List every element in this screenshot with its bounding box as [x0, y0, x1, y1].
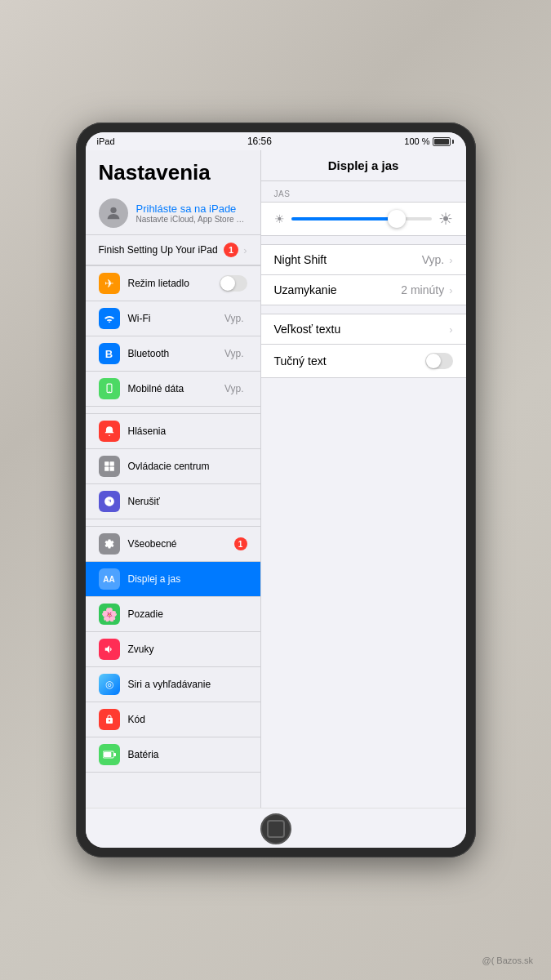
panel-section-1: Night Shift Vyp. › Uzamykanie 2 minúty › — [261, 244, 466, 305]
finish-setup-label: Finish Setting Up Your iPad — [99, 244, 224, 256]
general-badge: 1 — [234, 537, 247, 550]
boldtext-toggle-knob — [426, 354, 441, 368]
nightshift-value: Vyp. — [422, 253, 445, 266]
settings-group-1: ✈ Režim lietadlo — [86, 265, 260, 407]
autolock-label: Uzamykanie — [274, 283, 402, 296]
sounds-label: Zvuky — [128, 644, 247, 655]
sidebar-item-passcode[interactable]: Kód — [86, 702, 260, 737]
profile-subtitle: Nastavte iCloud, App Store a ďalš... — [136, 215, 247, 224]
panel-row-autolock[interactable]: Uzamykanie 2 minúty › — [261, 274, 466, 305]
finish-setup-row[interactable]: Finish Setting Up Your iPad 1 › — [86, 235, 260, 265]
sun-small-icon: ☀ — [274, 212, 285, 225]
tablet-screen: iPad 16:56 100 % Nastavenia — [86, 132, 466, 848]
photo-background: iPad 16:56 100 % Nastavenia — [0, 0, 551, 980]
battery-fill — [434, 139, 449, 145]
profile-text: Prihláste sa na iPade Nastavte iCloud, A… — [136, 203, 247, 224]
autolock-chevron: › — [449, 284, 452, 296]
wifi-icon — [99, 308, 120, 329]
airplane-label: Režim lietadlo — [128, 278, 220, 289]
watermark: @( Bazos.sk — [482, 956, 533, 965]
sidebar-title: Nastavenia — [86, 150, 260, 192]
panel-section-2: Veľkosť textu › Tučný text — [261, 314, 466, 378]
bluetooth-icon: B — [99, 343, 120, 364]
notifications-icon — [99, 421, 120, 442]
brightness-slider[interactable] — [291, 217, 432, 220]
sidebar-item-dnd[interactable]: Nerušiť — [86, 484, 260, 519]
home-button-inner — [267, 820, 285, 838]
avatar — [99, 198, 128, 228]
sidebar-item-battery[interactable]: Batéria — [86, 737, 260, 773]
sidebar-item-general[interactable]: Všeobecné 1 — [86, 527, 260, 562]
svg-point-0 — [110, 207, 116, 213]
general-label: Všeobecné — [128, 538, 231, 550]
status-right-area: 100 % — [404, 136, 454, 146]
nightshift-chevron: › — [449, 254, 452, 266]
mobile-label: Mobilné dáta — [128, 383, 224, 394]
sidebar-item-siri[interactable]: ◎ Siri a vyhľadávanie — [86, 667, 260, 702]
panel-row-boldtext[interactable]: Tučný text — [261, 344, 466, 378]
battery-body — [433, 137, 451, 146]
sidebar-item-airplane[interactable]: ✈ Režim lietadlo — [86, 266, 260, 301]
boldtext-toggle[interactable] — [425, 353, 453, 369]
sidebar: Nastavenia Prihláste sa na iPade Nastavt… — [86, 150, 261, 808]
display-icon: AA — [99, 568, 120, 590]
sidebar-item-bluetooth[interactable]: B Bluetooth Vyp. — [86, 336, 260, 372]
profile-section[interactable]: Prihláste sa na iPade Nastavte iCloud, A… — [86, 192, 260, 235]
display-label: Displej a jas — [128, 573, 247, 585]
toggle-knob — [220, 276, 235, 291]
sidebar-item-wallpaper[interactable]: 🌸 Pozadie — [86, 597, 260, 632]
svg-point-2 — [109, 391, 109, 392]
wallpaper-icon: 🌸 — [99, 604, 120, 625]
nightshift-label: Night Shift — [274, 253, 422, 266]
panel-title: Displej a jas — [261, 150, 466, 181]
status-device-name: iPad — [97, 136, 115, 146]
sun-large-icon: ☀ — [438, 209, 453, 229]
settings-group-2: Hlásenia Ovládacie c — [86, 413, 260, 519]
mobile-icon — [99, 378, 120, 399]
autolock-value: 2 minúty — [401, 283, 444, 296]
battery-tip — [452, 140, 454, 144]
sidebar-item-control[interactable]: Ovládacie centrum — [86, 449, 260, 484]
passcode-icon — [99, 709, 120, 730]
sidebar-item-mobile[interactable]: Mobilné dáta Vyp. — [86, 372, 260, 407]
mobile-value: Vyp. — [224, 383, 244, 394]
tablet-device: iPad 16:56 100 % Nastavenia — [76, 122, 476, 858]
slider-fill — [291, 217, 397, 220]
panel-row-nightshift[interactable]: Night Shift Vyp. › — [261, 244, 466, 274]
airplane-toggle[interactable] — [220, 275, 247, 292]
svg-rect-9 — [113, 753, 116, 756]
wifi-label: Wi-Fi — [128, 313, 224, 324]
finish-setup-badge: 1 — [224, 243, 238, 257]
settings-group-3: Všeobecné 1 AA Displej a jas 🌸 Pozadie — [86, 526, 260, 773]
siri-icon: ◎ — [99, 674, 120, 695]
finish-setup-chevron: › — [243, 244, 247, 256]
textsize-label: Veľkosť textu — [274, 323, 450, 336]
sidebar-item-wifi[interactable]: Wi-Fi Vyp. — [86, 301, 260, 336]
sidebar-item-notifications[interactable]: Hlásenia — [86, 414, 260, 449]
notifications-label: Hlásenia — [128, 425, 247, 437]
battery-icon — [433, 137, 454, 146]
sounds-icon — [99, 639, 120, 660]
boldtext-label: Tučný text — [274, 354, 425, 368]
airplane-icon: ✈ — [99, 273, 120, 294]
sidebar-item-sounds[interactable]: Zvuky — [86, 632, 260, 667]
home-button[interactable] — [260, 813, 291, 844]
battery-label: Batéria — [128, 749, 247, 760]
panel-row-textsize[interactable]: Veľkosť textu › — [261, 314, 466, 344]
svg-rect-5 — [104, 467, 109, 471]
control-icon — [99, 456, 120, 477]
wifi-value: Vyp. — [224, 313, 244, 324]
slider-thumb[interactable] — [388, 210, 406, 228]
passcode-label: Kód — [128, 714, 247, 725]
battery-percent: 100 % — [404, 136, 429, 146]
home-button-area — [86, 808, 466, 848]
svg-rect-4 — [109, 461, 113, 466]
status-bar: iPad 16:56 100 % — [86, 132, 466, 150]
main-content: Nastavenia Prihláste sa na iPade Nastavt… — [86, 150, 466, 808]
brightness-section-label: JAS — [261, 181, 466, 202]
sidebar-item-display[interactable]: AA Displej a jas — [86, 562, 260, 597]
brightness-row: ☀ ☀ — [261, 202, 466, 236]
dnd-label: Nerušiť — [128, 496, 247, 507]
wallpaper-label: Pozadie — [128, 608, 247, 620]
bluetooth-label: Bluetooth — [128, 348, 224, 359]
